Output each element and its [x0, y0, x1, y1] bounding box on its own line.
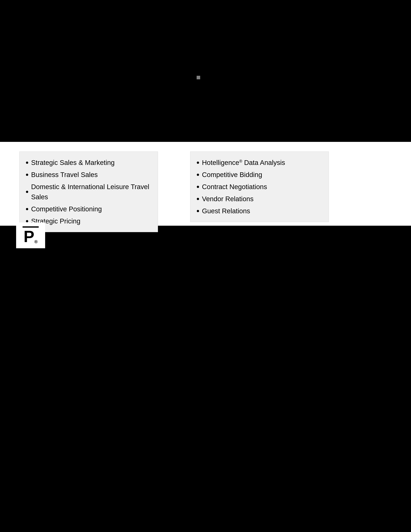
bullet-icon [26, 220, 28, 222]
page-content: Strategic Sales & Marketing Business Tra… [0, 0, 411, 532]
list-item: Strategic Sales & Marketing [26, 157, 151, 169]
skill-text: Strategic Sales & Marketing [31, 158, 115, 168]
skill-text: Guest Relations [202, 206, 250, 216]
skill-text: Competitive Bidding [202, 170, 262, 180]
list-item: Hotelligence® Data Analysis [197, 157, 322, 169]
bottom-black-section [0, 251, 411, 532]
list-item: Contract Negotiations [197, 181, 322, 193]
skill-text: Hotelligence® Data Analysis [202, 158, 285, 168]
list-item: Business Travel Sales [26, 169, 151, 181]
bullet-icon [197, 186, 199, 188]
boxes-row: Strategic Sales & Marketing Business Tra… [0, 142, 411, 235]
logo-subscript: ® [34, 239, 38, 244]
logo-container: P ® [23, 226, 39, 244]
list-item: Vendor Relations [197, 193, 322, 205]
small-square-indicator [197, 76, 200, 79]
bullet-icon [26, 174, 28, 176]
list-item: Competitive Bidding [197, 169, 322, 181]
skill-text: Business Travel Sales [31, 170, 98, 180]
bullet-icon [26, 208, 28, 210]
bullet-icon [197, 198, 199, 200]
list-item: Competitive Positioning [26, 203, 151, 215]
right-skills-box: Hotelligence® Data Analysis Competitive … [190, 152, 329, 222]
bullet-icon [197, 162, 199, 164]
left-skills-list: Strategic Sales & Marketing Business Tra… [26, 157, 151, 227]
bullet-icon [26, 191, 28, 193]
skill-text: Contract Negotiations [202, 182, 267, 192]
list-item: Guest Relations [197, 205, 322, 217]
skill-text: Competitive Positioning [31, 204, 102, 214]
skill-text: Vendor Relations [202, 194, 253, 204]
left-skills-box: Strategic Sales & Marketing Business Tra… [19, 152, 158, 232]
skill-text: Domestic & International Leisure Travel … [31, 182, 151, 202]
logo-letter: P [24, 228, 34, 244]
list-item: Domestic & International Leisure Travel … [26, 181, 151, 203]
bullet-icon [26, 162, 28, 164]
logo-section: P ® [16, 222, 45, 248]
bullet-icon [197, 210, 199, 212]
bullet-icon [197, 174, 199, 176]
top-black-section [0, 0, 411, 142]
white-content-section: Strategic Sales & Marketing Business Tra… [0, 142, 411, 226]
right-skills-list: Hotelligence® Data Analysis Competitive … [197, 157, 322, 217]
